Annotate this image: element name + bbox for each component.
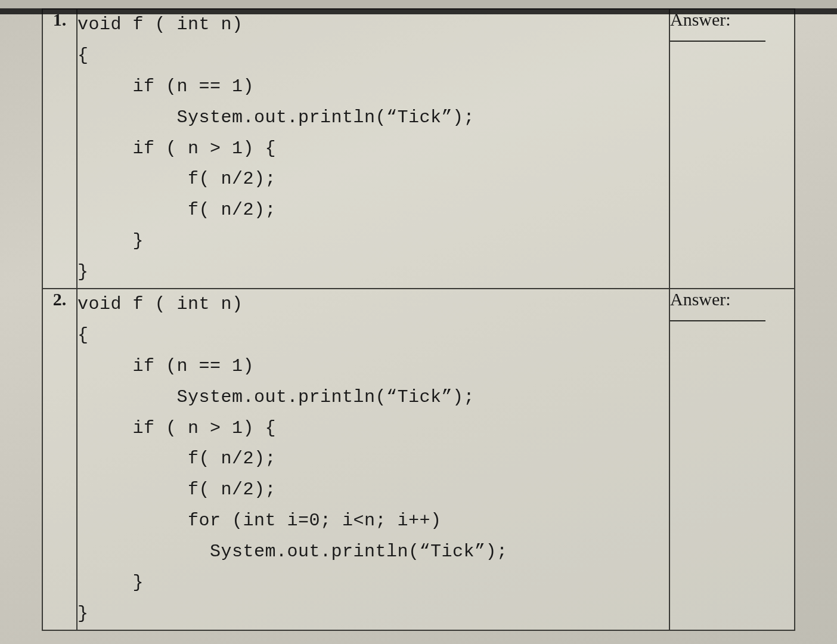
answer-box: Answer: bbox=[670, 289, 794, 321]
answer-cell: Answer: bbox=[669, 289, 795, 630]
code-block: void f ( int n) { if (n == 1) System.out… bbox=[78, 289, 669, 630]
answer-box: Answer: bbox=[670, 10, 794, 42]
answer-blank-line[interactable] bbox=[670, 320, 765, 321]
worksheet-page: 1. void f ( int n) { if (n == 1) System.… bbox=[0, 8, 837, 644]
top-dark-bar bbox=[0, 8, 837, 14]
code-block: void f ( int n) { if (n == 1) System.out… bbox=[78, 10, 669, 288]
questions-table: 1. void f ( int n) { if (n == 1) System.… bbox=[42, 8, 795, 631]
table-row: 1. void f ( int n) { if (n == 1) System.… bbox=[42, 9, 795, 289]
answer-label: Answer: bbox=[670, 289, 731, 309]
table-row: 2. void f ( int n) { if (n == 1) System.… bbox=[42, 289, 795, 630]
answer-blank-line[interactable] bbox=[670, 41, 765, 42]
question-number-cell: 1. bbox=[42, 9, 77, 289]
code-cell: void f ( int n) { if (n == 1) System.out… bbox=[77, 289, 669, 630]
answer-cell: Answer: bbox=[669, 9, 795, 289]
question-number-cell: 2. bbox=[42, 289, 77, 630]
code-cell: void f ( int n) { if (n == 1) System.out… bbox=[77, 9, 669, 289]
question-number: 2. bbox=[53, 289, 67, 309]
